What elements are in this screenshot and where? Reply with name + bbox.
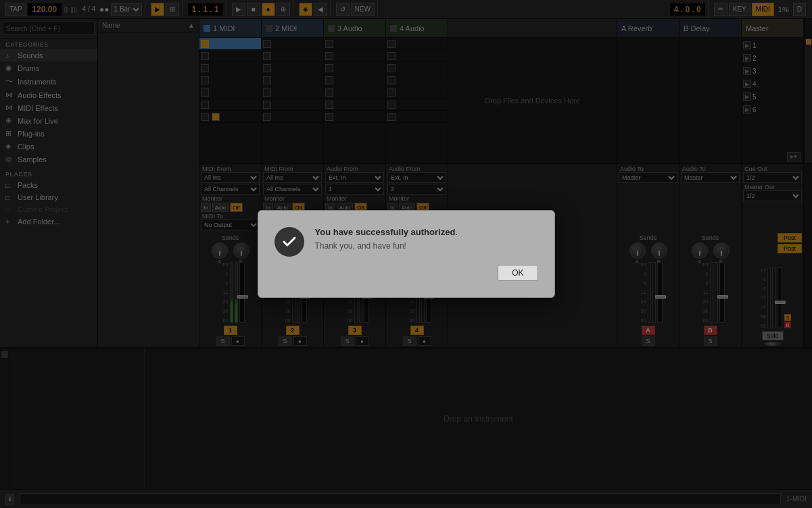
modal-subtitle: Thank you, and have fun! (315, 241, 538, 251)
modal-dialog: You have successfully authorized. Thank … (258, 210, 555, 298)
modal-ok-button[interactable]: OK (498, 265, 538, 281)
checkmark-icon (281, 234, 297, 250)
modal-check-icon (274, 227, 304, 257)
modal-content: You have successfully authorized. Thank … (274, 227, 538, 257)
modal-overlay: You have successfully authorized. Thank … (0, 0, 812, 508)
modal-text-area: You have successfully authorized. Thank … (315, 227, 538, 251)
modal-footer: OK (274, 265, 538, 281)
modal-title: You have successfully authorized. (315, 227, 538, 237)
